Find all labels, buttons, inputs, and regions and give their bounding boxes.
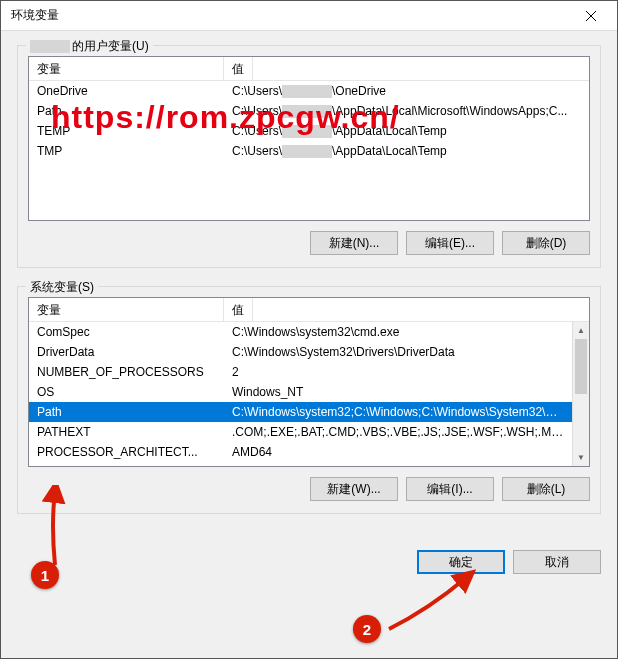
col-variable[interactable]: 变量 bbox=[29, 298, 224, 321]
var-name-cell: TEMP bbox=[29, 122, 224, 140]
table-row[interactable]: PROCESSOR_ARCHITECT...AMD64 bbox=[29, 442, 572, 462]
delete-sys-var-button[interactable]: 删除(L) bbox=[502, 477, 590, 501]
table-row[interactable]: PATHEXT.COM;.EXE;.BAT;.CMD;.VBS;.VBE;.JS… bbox=[29, 422, 572, 442]
var-value-cell: AMD64 bbox=[224, 443, 572, 461]
dialog-content: 的用户变量(U) 变量 值 OneDriveC:\Users\\OneDrive… bbox=[1, 31, 617, 542]
sys-vars-list[interactable]: 变量 值 ComSpecC:\Windows\system32\cmd.exeD… bbox=[28, 297, 590, 467]
user-vars-label: 的用户变量(U) bbox=[26, 38, 153, 55]
cancel-button[interactable]: 取消 bbox=[513, 550, 601, 574]
col-variable[interactable]: 变量 bbox=[29, 57, 224, 80]
scroll-down-icon[interactable]: ▼ bbox=[573, 449, 589, 466]
col-value[interactable]: 值 bbox=[224, 57, 253, 80]
scroll-thumb[interactable] bbox=[575, 339, 587, 394]
new-sys-var-button[interactable]: 新建(W)... bbox=[310, 477, 398, 501]
var-value-cell: C:\Users\\AppData\Local\Temp bbox=[224, 142, 589, 160]
var-name-cell: Path bbox=[29, 102, 224, 120]
table-row[interactable]: NUMBER_OF_PROCESSORS2 bbox=[29, 362, 572, 382]
var-name-cell: PROCESSOR_ARCHITECT... bbox=[29, 443, 224, 461]
table-row[interactable]: DriverDataC:\Windows\System32\Drivers\Dr… bbox=[29, 342, 572, 362]
table-row[interactable]: TMPC:\Users\\AppData\Local\Temp bbox=[29, 141, 589, 161]
edit-sys-var-button[interactable]: 编辑(I)... bbox=[406, 477, 494, 501]
obscured-text bbox=[282, 85, 332, 98]
dialog-buttons: 确定 取消 bbox=[1, 550, 617, 574]
obscured-text bbox=[282, 105, 332, 118]
var-name-cell: OS bbox=[29, 383, 224, 401]
var-name-cell: DriverData bbox=[29, 343, 224, 361]
col-value[interactable]: 值 bbox=[224, 298, 253, 321]
var-name-cell: PATHEXT bbox=[29, 423, 224, 441]
table-row[interactable]: OneDriveC:\Users\\OneDrive bbox=[29, 81, 589, 101]
sys-list-body: ComSpecC:\Windows\system32\cmd.exeDriver… bbox=[29, 322, 589, 466]
close-button[interactable] bbox=[569, 2, 613, 30]
sys-buttons: 新建(W)... 编辑(I)... 删除(L) bbox=[28, 477, 590, 501]
table-row[interactable]: OSWindows_NT bbox=[29, 382, 572, 402]
window-title: 环境变量 bbox=[11, 7, 59, 24]
var-value-cell: C:\Users\\OneDrive bbox=[224, 82, 589, 100]
user-vars-list[interactable]: 变量 值 OneDriveC:\Users\\OneDrivePathC:\Us… bbox=[28, 56, 590, 221]
var-value-cell: C:\Windows\system32\cmd.exe bbox=[224, 323, 572, 341]
var-name-cell: ComSpec bbox=[29, 323, 224, 341]
obscured-username bbox=[30, 40, 70, 53]
delete-user-var-button[interactable]: 删除(D) bbox=[502, 231, 590, 255]
list-header: 变量 值 bbox=[29, 57, 589, 81]
obscured-text bbox=[282, 125, 332, 138]
user-list-body: OneDriveC:\Users\\OneDrivePathC:\Users\\… bbox=[29, 81, 589, 220]
var-value-cell: C:\Users\\AppData\Local\Temp bbox=[224, 122, 589, 140]
close-icon bbox=[586, 11, 596, 21]
annotation-marker-2: 2 bbox=[353, 615, 381, 643]
sys-vars-group: 系统变量(S) 变量 值 ComSpecC:\Windows\system32\… bbox=[17, 286, 601, 514]
var-name-cell: TMP bbox=[29, 142, 224, 160]
var-name-cell: NUMBER_OF_PROCESSORS bbox=[29, 363, 224, 381]
ok-button[interactable]: 确定 bbox=[417, 550, 505, 574]
new-user-var-button[interactable]: 新建(N)... bbox=[310, 231, 398, 255]
var-value-cell: C:\Users\\AppData\Local\Microsoft\Window… bbox=[224, 102, 589, 120]
sys-vars-label: 系统变量(S) bbox=[26, 279, 98, 296]
var-value-cell: C:\Windows\system32;C:\Windows;C:\Window… bbox=[224, 403, 572, 421]
var-value-cell: .COM;.EXE;.BAT;.CMD;.VBS;.VBE;.JS;.JSE;.… bbox=[224, 423, 572, 441]
table-row[interactable]: PathC:\Users\\AppData\Local\Microsoft\Wi… bbox=[29, 101, 589, 121]
var-value-cell: 2 bbox=[224, 363, 572, 381]
scrollbar[interactable]: ▲ ▼ bbox=[572, 322, 589, 466]
env-vars-dialog: 环境变量 的用户变量(U) 变量 值 OneDriveC:\Users\\One… bbox=[0, 0, 618, 659]
table-row[interactable]: TEMPC:\Users\\AppData\Local\Temp bbox=[29, 121, 589, 141]
var-name-cell: Path bbox=[29, 403, 224, 421]
annotation-arrow-2 bbox=[379, 569, 479, 642]
user-buttons: 新建(N)... 编辑(E)... 删除(D) bbox=[28, 231, 590, 255]
edit-user-var-button[interactable]: 编辑(E)... bbox=[406, 231, 494, 255]
list-header: 变量 值 bbox=[29, 298, 589, 322]
table-row[interactable]: PathC:\Windows\system32;C:\Windows;C:\Wi… bbox=[29, 402, 572, 422]
var-value-cell: Windows_NT bbox=[224, 383, 572, 401]
user-vars-group: 的用户变量(U) 变量 值 OneDriveC:\Users\\OneDrive… bbox=[17, 45, 601, 268]
obscured-text bbox=[282, 145, 332, 158]
table-row[interactable]: ComSpecC:\Windows\system32\cmd.exe bbox=[29, 322, 572, 342]
titlebar: 环境变量 bbox=[1, 1, 617, 31]
var-value-cell: C:\Windows\System32\Drivers\DriverData bbox=[224, 343, 572, 361]
var-name-cell: OneDrive bbox=[29, 82, 224, 100]
scroll-up-icon[interactable]: ▲ bbox=[573, 322, 589, 339]
